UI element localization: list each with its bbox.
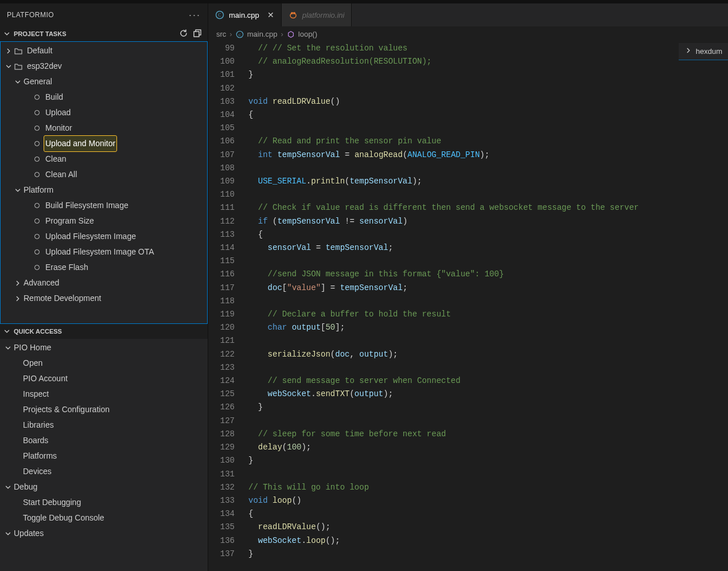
task-item[interactable]: Inspect: [0, 386, 208, 402]
tree-item-label: Updates: [13, 526, 45, 541]
task-label: Inspect: [22, 386, 50, 402]
task-label: Devices: [22, 464, 53, 479]
task-item[interactable]: Devices: [0, 464, 208, 479]
task-label: Clean All: [44, 167, 78, 182]
tree-item-env[interactable]: esp32dev: [1, 58, 207, 74]
run-icon: [32, 234, 42, 239]
tree-item-label: Platform: [22, 182, 54, 198]
task-label: Build Filesystem Image: [44, 198, 130, 213]
section-title: PROJECT TASKS: [14, 30, 66, 37]
task-label: Clean: [44, 151, 68, 167]
task-item[interactable]: Monitor: [1, 120, 207, 136]
chevron-down-icon: [3, 483, 13, 491]
tree-item-platform[interactable]: Platform: [1, 182, 207, 198]
task-item[interactable]: Build: [1, 89, 207, 105]
tree-item-default[interactable]: Default: [1, 43, 207, 58]
cpp-file-icon: C: [215, 10, 224, 19]
run-icon: [32, 157, 42, 162]
task-item[interactable]: Clean: [1, 151, 207, 167]
chevron-right-icon: [4, 47, 13, 55]
task-label: Start Debugging: [22, 495, 82, 510]
task-item[interactable]: Platforms: [0, 448, 208, 464]
run-icon: [32, 141, 42, 146]
breadcrumb-item[interactable]: main.cpp: [247, 30, 278, 38]
tree-item-label: PIO Home: [13, 340, 52, 355]
run-icon: [32, 218, 42, 224]
section-title: QUICK ACCESS: [14, 328, 62, 335]
folder-icon: [13, 62, 24, 71]
tab-platformio-ini[interactable]: platformio.ini: [282, 3, 352, 26]
run-icon: [32, 126, 42, 131]
task-item[interactable]: Open: [0, 355, 208, 371]
breadcrumb-overflow-tab[interactable]: hexdum: [679, 43, 728, 60]
refresh-icon[interactable]: [179, 29, 188, 39]
task-label: Boards: [22, 433, 49, 448]
panel-more-icon[interactable]: ···: [189, 9, 201, 21]
tab-label: main.cpp: [229, 11, 259, 19]
line-number-gutter: 99 100 101 102 103 104 105 106 107 108 1…: [208, 42, 245, 571]
tree-item-advanced[interactable]: Advanced: [1, 275, 207, 291]
tree-item-label: Default: [26, 43, 53, 58]
section-header-quick-access[interactable]: QUICK ACCESS: [0, 324, 208, 339]
task-item[interactable]: Boards: [0, 433, 208, 448]
panel-title-bar: PLATFORMIO ···: [0, 3, 208, 26]
breadcrumb-item[interactable]: src: [216, 30, 226, 38]
task-item[interactable]: Program Size: [1, 213, 207, 229]
symbol-method-icon: [287, 30, 295, 38]
folder-icon: [13, 46, 24, 56]
breadcrumb-item[interactable]: loop(): [298, 30, 317, 38]
task-label: Open: [22, 355, 44, 371]
run-icon: [32, 95, 42, 100]
task-item[interactable]: Build Filesystem Image: [1, 198, 207, 213]
task-item[interactable]: Erase Flash: [1, 260, 207, 275]
tree-item-pio-home[interactable]: PIO Home: [0, 340, 208, 355]
chevron-down-icon: [2, 30, 11, 38]
task-label: Upload: [44, 105, 72, 120]
chevron-down-icon: [2, 327, 11, 335]
tree-project-tasks: Default esp32dev General BuildUploadMoni…: [0, 41, 208, 324]
chevron-down-icon: [4, 62, 13, 71]
platformio-sidebar: PLATFORMIO ··· PROJECT TASKS Default esp…: [0, 3, 208, 571]
editor-tab-bar: C main.cpp ✕ platformio.ini: [208, 3, 728, 26]
chevron-down-icon: [3, 344, 13, 352]
tree-quick-access: PIO Home OpenPIO AccountInspectProjects …: [0, 339, 208, 541]
cpp-file-icon: C: [236, 30, 244, 38]
tree-item-remote[interactable]: Remote Development: [1, 291, 207, 306]
run-icon: [32, 265, 42, 270]
code-content[interactable]: // // Set the resolution values // analo…: [245, 42, 728, 571]
task-item[interactable]: Clean All: [1, 167, 207, 182]
code-editor[interactable]: 99 100 101 102 103 104 105 106 107 108 1…: [208, 42, 728, 571]
svg-text:C: C: [238, 32, 241, 37]
task-label: Upload Filesystem Image: [44, 229, 137, 244]
collapse-all-icon[interactable]: [193, 29, 202, 39]
run-icon: [32, 203, 42, 208]
task-item[interactable]: PIO Account: [0, 371, 208, 386]
tab-main-cpp[interactable]: C main.cpp ✕: [208, 3, 282, 26]
task-item[interactable]: Upload Filesystem Image: [1, 229, 207, 244]
task-item[interactable]: Upload: [1, 105, 207, 120]
workspace: PLATFORMIO ··· PROJECT TASKS Default esp…: [0, 3, 728, 571]
breadcrumb-bar[interactable]: src › C main.cpp › loop(): [208, 26, 728, 42]
task-item[interactable]: Start Debugging: [0, 495, 208, 510]
tab-label: platformio.ini: [302, 11, 345, 19]
task-label: Platforms: [22, 448, 58, 464]
close-icon[interactable]: ✕: [267, 10, 274, 19]
tree-item-label: esp32dev: [26, 58, 63, 74]
tree-item-updates[interactable]: Updates: [0, 526, 208, 541]
task-item[interactable]: Projects & Configuration: [0, 402, 208, 417]
chevron-down-icon: [3, 530, 13, 538]
task-item[interactable]: Toggle Debug Console: [0, 510, 208, 526]
task-item[interactable]: Upload Filesystem Image OTA: [1, 244, 207, 260]
task-label: Erase Flash: [44, 260, 89, 275]
task-item[interactable]: Upload and Monitor: [1, 136, 207, 151]
tree-item-general[interactable]: General: [1, 74, 207, 89]
task-item[interactable]: Libraries: [0, 417, 208, 433]
tree-item-label: Remote Development: [22, 291, 102, 306]
tree-item-debug[interactable]: Debug: [0, 479, 208, 495]
task-label: Upload Filesystem Image OTA: [44, 244, 155, 260]
chevron-right-icon: ›: [281, 30, 283, 38]
section-header-project-tasks[interactable]: PROJECT TASKS: [0, 26, 208, 41]
tree-item-label: General: [22, 74, 53, 89]
svg-text:C: C: [218, 13, 221, 18]
editor-group: C main.cpp ✕ platformio.ini src › C main…: [208, 3, 728, 571]
